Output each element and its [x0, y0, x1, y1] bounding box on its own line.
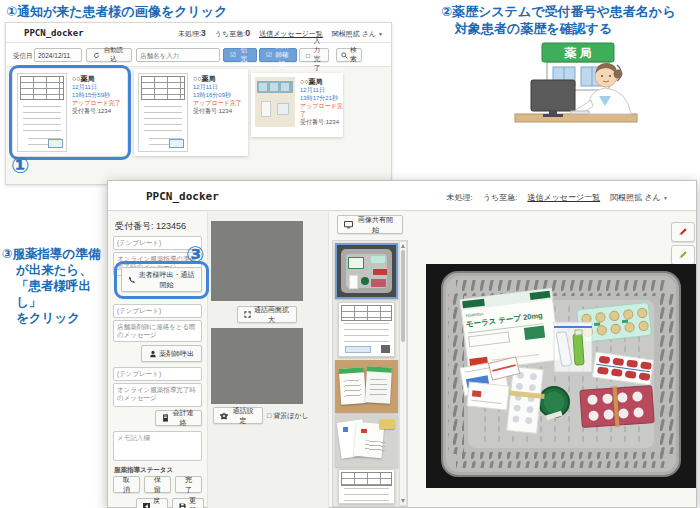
window2-app-title: PPCN_docker	[146, 190, 219, 203]
prescription-thumbnail	[17, 73, 67, 152]
search-button[interactable]: 検索	[336, 48, 362, 62]
call-patient-button[interactable]: 患者様呼出・通話開始	[121, 267, 202, 292]
annotation-step3-line1: ③服薬指導の準備	[2, 246, 114, 262]
checkbox-checked-icon: ☑	[230, 51, 236, 59]
user-menu[interactable]: 関根照拡 さん ▼	[610, 192, 668, 203]
chevron-down-icon: ▼	[663, 195, 668, 201]
card-upload-status: アップロード完了	[72, 99, 121, 107]
card-time: 13時16分09秒	[193, 91, 242, 99]
red-pencil-icon	[678, 226, 688, 238]
annotation-step1: ①通知が来た患者様の画像をクリック	[6, 3, 227, 20]
cancel-button[interactable]: 取消	[113, 476, 140, 493]
scroll-up-icon[interactable]	[401, 244, 405, 248]
medication-basket-photo: Hisamitsu モーラス テープ 20mg	[426, 264, 696, 488]
update-button[interactable]: 更新	[172, 498, 204, 508]
template-select-3[interactable]: (テンプレート)	[113, 367, 202, 381]
card-date: 12月11日	[193, 83, 242, 91]
back-icon	[143, 503, 150, 508]
save-icon	[179, 503, 186, 508]
thumbnail-papers-photo[interactable]	[335, 415, 398, 467]
person-icon	[149, 350, 157, 358]
sent-messages-link[interactable]: 送信メッセージ一覧	[527, 192, 600, 203]
gear-icon	[220, 412, 228, 420]
card-pharmacy-name: ○○薬局	[193, 75, 242, 83]
card-pharmacy-name: ○○薬局	[300, 78, 343, 86]
receive-date-input[interactable]	[34, 48, 82, 62]
card-date: 12月11日	[72, 83, 121, 91]
self-video-area	[211, 328, 303, 404]
search-icon	[341, 52, 348, 59]
shared-image-viewer[interactable]: Hisamitsu モーラス テープ 20mg	[426, 264, 696, 488]
prescription-thumbnail	[138, 73, 188, 152]
window1-header: PPCN_docker 未処理:3 うち至急:0 送信メッセージ一覧 関根照拡 …	[6, 23, 391, 43]
checkbox-checked-icon: ☑	[266, 51, 272, 59]
call-pharmacist-button[interactable]: 薬剤師呼出	[141, 345, 202, 362]
checkbox-empty-icon: □	[267, 412, 271, 419]
annotate-olive-pencil-button[interactable]	[671, 245, 695, 265]
call-settings-button[interactable]: 通話設定	[213, 407, 263, 424]
auto-load-button[interactable]: 自動読込	[86, 48, 132, 62]
unprocessed-count: 未処理:3	[178, 28, 206, 39]
pharmacist-illustration: 薬 局	[487, 40, 655, 130]
guidance-call-window: PPCN_docker 未処理: うち至急: 送信メッセージ一覧 関根照拡 さん…	[107, 180, 697, 508]
memo-field[interactable]	[113, 431, 202, 461]
pharmacy-sign-text: 薬 局	[563, 46, 591, 60]
filter-pharmacist-check-button[interactable]: ☑薬剤師確認	[259, 48, 297, 62]
filter-received-button[interactable]: ☑受信完了	[223, 48, 257, 62]
user-menu[interactable]: 関根照拡 さん ▼	[332, 29, 383, 39]
receipt-icon	[162, 414, 169, 422]
medication-photo-thumbnail	[255, 77, 295, 127]
annotation-step2-line1: ②薬歴システムで受付番号や患者名から	[441, 3, 675, 20]
thumbnail-prescription[interactable]	[338, 302, 395, 357]
card-reception-number: 受付番号:1234	[300, 118, 343, 126]
thumbnail-scrollbar[interactable]	[399, 241, 407, 506]
annotation-step3-line4: をクリック	[2, 310, 114, 326]
receive-date-label: 受信日	[13, 52, 33, 61]
thumbnail-prescription[interactable]	[338, 469, 395, 504]
expand-icon	[244, 311, 251, 318]
annotation-step3-line3: 「患者様呼出し」	[2, 278, 114, 310]
card-upload-status: アップロード完了	[193, 99, 242, 107]
card-reception-number: 受付番号:1234	[193, 107, 242, 115]
message-preview-3: オンライン服薬指導完了時のメッセージ	[113, 383, 202, 407]
annotation-step2: ②薬歴システムで受付番号や患者名から 対象患者の薬歴を確認する	[441, 3, 675, 37]
annotation-step3: ③服薬指導の準備 が出来たら、 「患者様呼出し」 をクリック	[2, 246, 114, 326]
window2-header: PPCN_docker 未処理: うち至急: 送信メッセージ一覧 関根照拡 さん…	[108, 181, 696, 211]
phone-icon	[128, 276, 136, 284]
accounting-contact-button[interactable]: 会計連絡	[155, 410, 202, 426]
message-preview-2: 店舗薬剤師に連絡をとる際のメッセージ	[113, 320, 202, 342]
card-reception-number: 受付番号:1234	[72, 107, 121, 115]
window1-filter-bar: 受信日 自動読込 ☑受信完了 ☑薬剤師確認 □入力完了 検索	[6, 43, 391, 67]
store-name-input[interactable]	[136, 48, 220, 62]
window1-app-title: PPCN_docker	[24, 28, 84, 38]
annotation-step3-line2: が出来たら、	[2, 262, 114, 278]
thumbnail-basket-photo[interactable]	[335, 243, 398, 299]
filter-input-done-button[interactable]: □入力完了	[299, 48, 329, 62]
screen: ①通知が来た患者様の画像をクリック ②薬歴システムで受付番号や患者名から 対象患…	[0, 0, 700, 508]
patient-image-card[interactable]: ○○薬局 12月11日 13時17分21秒 アップロード完了 受付番号:1234	[251, 73, 343, 137]
monitor-icon	[344, 221, 353, 229]
expand-call-screen-button[interactable]: 通話画面拡大	[237, 306, 297, 323]
step3-number-marker: ③	[186, 242, 205, 268]
template-select-2[interactable]: (テンプレート)	[113, 304, 202, 318]
annotate-red-pencil-button[interactable]	[671, 222, 695, 242]
card-time: 13時17分21秒	[300, 94, 343, 102]
scrollbar-thumb[interactable]	[401, 250, 405, 342]
chevron-down-icon: ▼	[378, 31, 383, 37]
card-time: 13時15分59秒	[72, 91, 121, 99]
done-button[interactable]: 完了	[175, 476, 202, 493]
thumbnail-medicine-notebook[interactable]	[335, 360, 398, 413]
background-blur-checkbox[interactable]: □ 背景ぼかし	[267, 411, 309, 421]
reception-number-label: 受付番号: 123456	[115, 220, 186, 233]
back-button[interactable]: 戻る	[136, 498, 168, 508]
patient-image-card[interactable]: ○○薬局 12月11日 13時15分59秒 アップロード完了 受付番号:1234	[13, 69, 127, 156]
patient-image-card[interactable]: ○○薬局 12月11日 13時16分09秒 アップロード完了 受付番号:1234	[134, 69, 248, 156]
hold-button[interactable]: 保留	[144, 476, 171, 493]
share-image-button[interactable]: 画像共有開始	[337, 215, 403, 234]
scroll-down-icon[interactable]	[401, 499, 405, 503]
refresh-icon	[93, 52, 100, 59]
checkbox-empty-icon: □	[306, 52, 310, 59]
step1-number-marker: ①	[11, 153, 30, 179]
olive-pencil-icon	[678, 249, 688, 261]
card-pharmacy-name: ○○薬局	[72, 75, 121, 83]
